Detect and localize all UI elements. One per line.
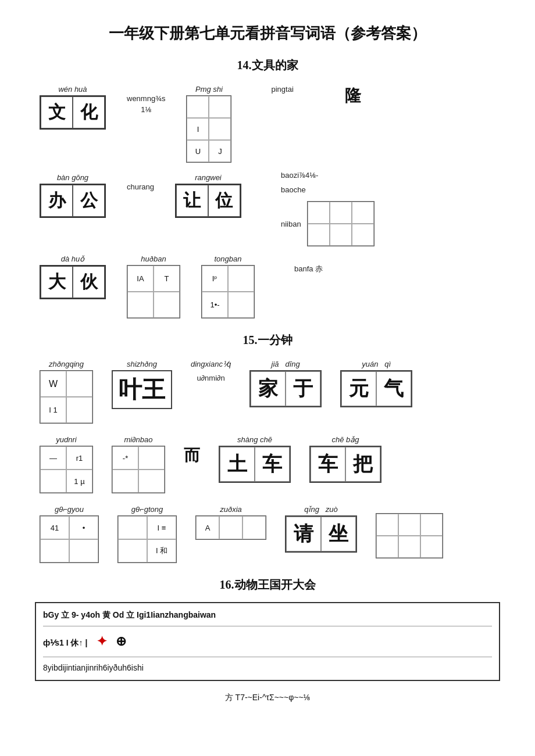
yr-3 (40, 470, 66, 493)
section-15-title: 15.一分钟 (35, 332, 500, 348)
item-yuanqi: yuán qì 元 气 (340, 360, 412, 407)
wc-4 (308, 224, 330, 246)
char-long: 隆 (345, 85, 361, 107)
cell-6: J (209, 140, 231, 162)
blank-wc-3 (420, 514, 443, 536)
hb-cell-3 (127, 292, 154, 318)
pinyin-shizhong: shizhðng (127, 360, 157, 368)
section-16-title: 16.动物王国开大会 (35, 577, 500, 593)
pinyin-churang: churang (127, 182, 154, 191)
gy-2: • (69, 516, 98, 539)
item-wenmng: wenmng¾s 1⅛ (127, 94, 165, 114)
char-wei: 位 (208, 185, 240, 217)
char-box-rangwei: 让 位 (175, 184, 241, 218)
section-16-content: bGy 立 9- y4oh 黄 Od 立 Igi1Iianzhangbaiwan… (35, 602, 500, 681)
char-ba: 把 (345, 447, 380, 482)
pinyin-shangche: shàng chē (237, 435, 272, 444)
pinyin-tongban: tongban (215, 255, 242, 263)
tb-cell-3: 1•- (202, 292, 228, 318)
char-da: 大 (41, 266, 73, 298)
blank-wc-6 (420, 536, 443, 558)
sec16-line2: ф⅟s1 I 休↑ | ✦ ⊕ (43, 630, 492, 653)
grid-gtgyou: 41 • (40, 515, 99, 563)
label-niiban: niiban (281, 220, 301, 228)
char-box-chebag: 车 把 (309, 446, 381, 483)
section-14: 14.文具的家 wén huà 文 化 wenmng¾s 1⅛ Pmg shi … (35, 58, 500, 321)
zq-1: W (40, 371, 66, 397)
footnote: 方 T7-~Ei-^τΣ~~~φ~~⅛ (35, 693, 500, 703)
pinyin-gtgtong: gθ⌐gtong (131, 505, 163, 514)
char-che: 车 (255, 447, 290, 482)
blank-wc-4 (376, 536, 398, 558)
zx-3 (242, 516, 266, 539)
label-banfa: banfa 赤 (294, 264, 323, 274)
label-1: 1⅛ (141, 105, 151, 114)
pinyin-pingtai: pingtai (271, 85, 293, 94)
section-14-title: 14.文具的家 (35, 58, 500, 73)
item-wenhua: wén huà 文 化 (40, 85, 106, 130)
wc-6 (352, 224, 374, 246)
char-box-shangche: 土 车 (219, 446, 291, 483)
item-huoban: huðban IA T (127, 255, 180, 318)
zx-1: A (196, 516, 219, 539)
zq-4 (66, 397, 92, 423)
tb-cell-2 (228, 266, 254, 292)
item-banfa: banfa 赤 (294, 264, 323, 274)
pinyin-zhongqing: zhðngqing (49, 360, 84, 368)
char-box-dahuo: 大 伙 (40, 265, 106, 299)
char-shang: 土 (220, 447, 255, 482)
item-dingxian: dingxianc⅟q u∂nmi∂n (191, 360, 231, 382)
item-dahuo: dà huǒ 大 伙 (40, 255, 106, 299)
char-ban: 办 (41, 185, 73, 217)
mb-4 (138, 470, 165, 493)
yr-4: 1 µ (66, 470, 92, 493)
pinyin-dingxian2: u∂nmi∂n (197, 374, 224, 382)
mb-3 (112, 470, 138, 493)
mb-2 (138, 446, 165, 470)
item-gtgtong: gθ⌐gtong I ≡ I 和 (117, 505, 177, 563)
tb-cell-4 (228, 292, 254, 318)
write-box-niiban (307, 201, 374, 246)
grid-huoban: IA T (127, 265, 180, 318)
item-pmgshi: Pmg shi I U J (186, 85, 231, 163)
hb-cell-1: IA (127, 266, 154, 292)
tree-char: ⊕ (116, 634, 126, 648)
item-shizhong: shizhðng 叶王 (112, 360, 172, 409)
gy-1: 41 (40, 516, 69, 539)
wc-3 (352, 202, 374, 224)
pinyin-chebag: chē bǎg (331, 435, 359, 444)
yr-2: r1 (66, 446, 92, 470)
blank-wc-2 (398, 514, 420, 536)
item-jiading: jiā dīng 家 于 (249, 360, 322, 407)
asterisk-symbol: ✦ (97, 634, 107, 648)
item-zhongqing: zhðngqing W I 1 (40, 360, 93, 424)
cell-1 (187, 96, 209, 118)
pinyin-dingxian: dingxianc⅟q (191, 360, 231, 368)
section-16: 16.动物王国开大会 bGy 立 9- y4oh 黄 Od 立 Igi1Iian… (35, 577, 500, 681)
cell-5: U (187, 140, 209, 162)
item-churang: churang (127, 182, 154, 191)
char-che2: 车 (311, 447, 345, 482)
char-yuan: 元 (341, 371, 376, 406)
char-wen: 文 (41, 96, 73, 128)
blank-wc-1 (376, 514, 398, 536)
item-mianbao: mi∂nbao -* (112, 435, 165, 493)
pinyin-yuanqi: yuán qì (362, 360, 391, 368)
label-baoche: baoche (281, 185, 374, 194)
page-title: 一年级下册第七单元看拼音写词语（参考答案） (35, 23, 500, 44)
char-box-bangong: 办 公 (40, 184, 106, 218)
write-box-blank (376, 513, 443, 558)
grid-mianbao: -* (112, 446, 165, 493)
gt-1 (118, 516, 147, 539)
cell-3: I (187, 118, 209, 140)
yr-1: — (40, 446, 66, 470)
pinyin-gtgyou: gθ⌐gyou (55, 505, 84, 514)
char-box-wenhua: 文 化 (40, 95, 106, 130)
grid-zuoxia: A (195, 515, 266, 540)
gy-3 (40, 539, 69, 562)
grid-tongban: Iᵖ 1•- (201, 265, 255, 318)
pinyin-jiading: jiā dīng (272, 360, 300, 368)
item-gtgyou: gθ⌐gyou 41 • (40, 505, 99, 563)
item-pingtai: pingtai (271, 85, 293, 94)
hb-cell-4 (154, 292, 180, 318)
